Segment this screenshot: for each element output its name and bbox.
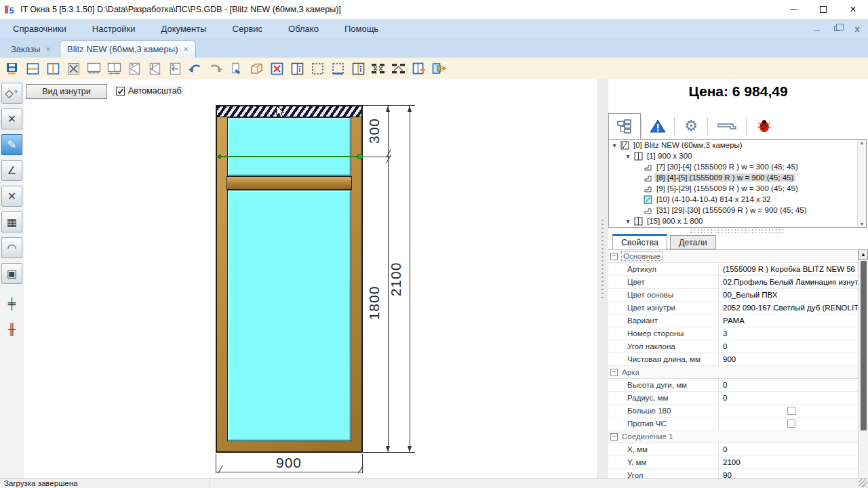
selected-frame-member[interactable] [217, 106, 361, 117]
menu-spravochniki[interactable]: Справочники [0, 19, 79, 38]
redo-button[interactable] [205, 59, 226, 78]
tree-item[interactable]: [31] [29]-[30] (1555009 R ) w = 900 (45;… [609, 205, 866, 216]
tree-item-selected[interactable]: [8] [4]-[5] (1555009 R ) w = 900 (45; 45… [609, 172, 866, 183]
scroll-up-icon[interactable]: ▲ [859, 249, 868, 260]
property-value[interactable]: 0 [719, 379, 858, 391]
sash-slide-button[interactable] [165, 59, 185, 78]
grid-properties-button[interactable]: ▦ [1, 211, 22, 232]
connector-top-button[interactable] [368, 59, 389, 78]
property-value[interactable]: 900 [719, 353, 858, 365]
section-header[interactable]: −Основные [608, 250, 858, 263]
glass-pane-top[interactable] [227, 117, 351, 176]
delete-construction-button[interactable]: ✕ [1, 108, 22, 129]
tab-settings[interactable]: ⚙ [675, 113, 707, 139]
checkbox-unchecked[interactable] [787, 407, 795, 415]
section-header[interactable]: −Арка [608, 366, 858, 379]
undo-button[interactable] [185, 59, 205, 78]
scroll-up-icon[interactable]: ▴ [861, 140, 863, 146]
impost-bottom-dims-button[interactable] [104, 59, 124, 78]
property-value[interactable]: 0 [719, 443, 858, 455]
menu-pomosch[interactable]: Помощь [332, 19, 391, 38]
tab-warnings[interactable] [642, 113, 674, 139]
export-window-button[interactable] [429, 59, 450, 78]
menu-oblako[interactable]: Облако [275, 19, 332, 38]
section-header[interactable]: −Соединение 1 [608, 430, 858, 443]
property-value[interactable]: 0 [719, 340, 858, 352]
glass-pane-bottom[interactable] [227, 190, 351, 441]
frame-dashed-bottom-button[interactable] [328, 59, 348, 78]
minimize-button[interactable] [778, 0, 808, 19]
perspective-view-button[interactable] [246, 59, 267, 78]
resize-grip[interactable] [859, 479, 867, 487]
maximize-button[interactable] [808, 0, 838, 19]
property-value[interactable]: (1555009 R ) Коробка BLITZ NEW 56 REH [719, 263, 858, 275]
property-value[interactable]: 02.Профиль Белый Ламинация изнутри [719, 276, 858, 288]
impost-dims-button[interactable] [83, 59, 104, 78]
property-value[interactable]: РАМА [719, 314, 858, 327]
chevron-down-icon[interactable]: ▾ [624, 218, 632, 225]
tab-bug[interactable] [747, 113, 782, 139]
property-value[interactable]: 3 [719, 327, 858, 340]
divider-info-button[interactable] [348, 59, 368, 78]
property-value[interactable]: 2100 [719, 456, 858, 468]
menu-servis[interactable]: Сервис [220, 19, 276, 38]
save-button[interactable] [2, 59, 22, 78]
tree-scrollbar[interactable]: ▴▾ [857, 140, 866, 227]
split-vertical-button[interactable] [43, 59, 63, 78]
chevron-down-icon[interactable]: ▾ [624, 152, 632, 160]
connector-horizontal-button[interactable]: ╪ [1, 293, 22, 314]
tree-item[interactable]: ▾ [1] 900 x 300 [609, 150, 866, 161]
connector-vertical-button[interactable]: ╫ [1, 319, 22, 340]
close-button[interactable]: × [838, 0, 868, 19]
tab-profile[interactable] [708, 113, 746, 139]
horizontal-resize-grip[interactable] [690, 228, 785, 233]
delete-element-button[interactable] [267, 59, 287, 78]
autoscale-checkbox[interactable] [116, 87, 125, 96]
tab-orders[interactable]: Заказы × [4, 40, 58, 58]
sash-turn-button[interactable] [124, 59, 144, 78]
property-value[interactable]: 90 [719, 469, 858, 478]
tab-current-order[interactable]: Blitz NEW (60мм,3 камеры) × [60, 40, 196, 58]
add-window-button[interactable] [409, 59, 429, 78]
arch-button[interactable]: ◠ [1, 237, 22, 258]
tab-details[interactable]: Детали [670, 235, 716, 249]
edit-mode-button[interactable]: ✎ [1, 134, 22, 155]
collapse-icon[interactable]: − [610, 433, 618, 441]
sash-info-button[interactable] [287, 59, 307, 78]
view-inside-button[interactable]: Вид изнутри [26, 84, 107, 99]
property-value[interactable]: 00_Белый ПВХ [719, 289, 858, 301]
tab-properties[interactable]: Свойства [612, 234, 667, 249]
move-elements-button[interactable]: ▣ [1, 263, 22, 284]
sash-turn-tilt-button[interactable] [144, 59, 165, 78]
property-value[interactable]: 0 [719, 392, 858, 404]
tree-item[interactable]: ▾ [0] Blitz NEW (60мм,3 камеры) [609, 140, 866, 150]
price-tag-button[interactable] [226, 59, 246, 78]
close-tab-icon[interactable]: × [45, 44, 51, 54]
tree-item[interactable]: [9] [5]-[29] (1555009 R ) w = 300 (45; 4… [609, 183, 866, 194]
tree-item[interactable]: ▾ [15] 900 x 1 800 [609, 216, 866, 226]
collapse-icon[interactable]: − [610, 253, 618, 260]
grid-scrollbar[interactable]: ▲ [858, 249, 868, 478]
tree-item[interactable]: [10] (4-10-4-10-4) 814 x 214 x 32 [609, 194, 866, 205]
close-tab-icon[interactable]: × [184, 44, 189, 54]
chevron-down-icon[interactable]: ▾ [610, 142, 618, 149]
checkbox-unchecked[interactable] [787, 420, 795, 428]
drawing-canvas[interactable]: Вид изнутри Автомасштаб 300 1800 2100 [24, 79, 597, 478]
mdi-restore-button[interactable] [831, 23, 842, 34]
mosquito-net-off-button[interactable] [63, 59, 83, 78]
frame-dashed-button[interactable] [307, 59, 328, 78]
frame-divider[interactable] [226, 176, 352, 190]
connector-bottom-button[interactable] [389, 59, 409, 78]
menu-nastroyki[interactable]: Настройки [79, 19, 149, 38]
property-value[interactable]: 2052 090-167 Светлый дуб (RENOLIT) [719, 302, 858, 314]
measure-angle-button[interactable]: ∠ [1, 160, 22, 181]
delete-element-button[interactable]: ✕ [1, 186, 22, 207]
collapse-icon[interactable]: − [610, 369, 618, 376]
selection-node-dot[interactable] [357, 154, 363, 159]
split-horizontal-button[interactable] [22, 59, 43, 78]
mdi-close-button[interactable]: x [852, 23, 863, 34]
add-construction-button[interactable]: ◇⁺ [1, 83, 22, 104]
tab-structure-tree[interactable] [608, 113, 641, 139]
scroll-down-icon[interactable]: ▾ [861, 221, 863, 227]
scrollbar-thumb[interactable] [861, 261, 867, 430]
